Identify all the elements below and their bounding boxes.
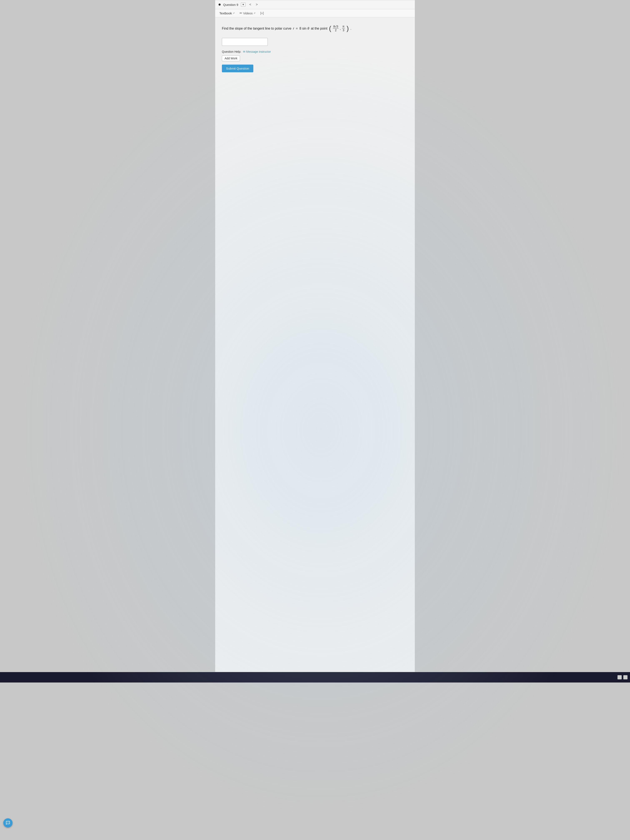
question-help-label: Question Help: (222, 50, 241, 53)
coord2-numerator: π (342, 25, 345, 28)
videos-ext-icon: ↗ (254, 12, 256, 14)
pencil-icon: ✏ (240, 11, 242, 15)
top-bar: Question 9 ▼ < > (215, 0, 415, 9)
first-coordinate: 8√3 2 (333, 25, 338, 32)
taskbar-icon-2 (623, 675, 627, 679)
coord2-denominator: 3 (342, 28, 345, 32)
coord-numerator: 8√3 (333, 25, 338, 28)
taskbar-icon-1 (617, 675, 622, 679)
question-text: Find the slope of the tangent line to po… (222, 23, 408, 34)
submit-question-button[interactable]: Submit Question (222, 65, 253, 72)
main-container: Question 9 ▼ < > Textbook ↗ ✏ Videos ↗ [… (215, 0, 415, 672)
chat-bubble-button[interactable] (3, 818, 13, 827)
second-coordinate: π 3 (342, 25, 345, 32)
question-dropdown[interactable]: ▼ (241, 3, 246, 7)
textbook-ext-icon: ↗ (233, 12, 235, 14)
comma-separator: , (340, 26, 341, 31)
message-instructor-link[interactable]: ✉ Message instructor (243, 50, 271, 53)
textbook-tab[interactable]: Textbook ↗ (219, 11, 235, 15)
equals-sign: = (296, 26, 298, 31)
message-instructor-text: Message instructor (246, 50, 271, 53)
status-dot-icon (218, 3, 221, 6)
add-work-button[interactable]: Add Work (222, 55, 240, 61)
prev-question-button[interactable]: < (248, 2, 252, 7)
answer-input[interactable] (222, 38, 268, 46)
left-paren: ( (329, 23, 331, 34)
at-the-point-text: at the point (311, 26, 327, 31)
add-tab-button[interactable]: [+] (261, 11, 264, 15)
chat-icon (6, 821, 10, 825)
content-area: Find the slope of the tangent line to po… (215, 17, 415, 672)
videos-label: Videos (243, 11, 253, 15)
question-text-prefix: Find the slope of the tangent line to po… (222, 26, 292, 31)
taskbar (0, 672, 630, 682)
tabs-bar: Textbook ↗ ✏ Videos ↗ [+] (215, 9, 415, 17)
period: . (351, 26, 351, 31)
videos-tab[interactable]: ✏ Videos ↗ (240, 11, 256, 15)
question-label: Question 9 (223, 3, 238, 6)
content-inner: Find the slope of the tangent line to po… (222, 23, 408, 72)
next-question-button[interactable]: > (255, 2, 259, 7)
question-help: Question Help: ✉ Message instructor (222, 50, 408, 53)
coord-denominator: 2 (335, 28, 337, 32)
point-coordinates: 8√3 2 , π 3 (333, 25, 345, 32)
r-variable: r (293, 26, 294, 31)
textbook-label: Textbook (219, 11, 232, 15)
right-paren: ) (346, 23, 349, 34)
equation-text: 8 sin θ (299, 26, 309, 31)
mail-icon: ✉ (243, 50, 245, 53)
